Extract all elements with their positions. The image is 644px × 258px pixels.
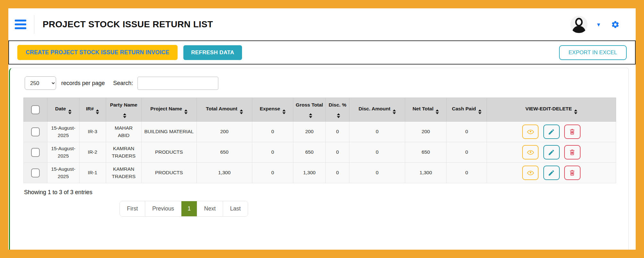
cell-actions	[487, 122, 616, 142]
delete-button[interactable]	[564, 125, 581, 139]
cell-expense: 0	[252, 122, 293, 142]
export-excel-button[interactable]: EXPORT IN EXCEL	[559, 45, 627, 60]
column-header-ir[interactable]: IR#	[79, 98, 106, 122]
table-panel: 250 records per page Search:	[9, 68, 629, 250]
cell-party: MAHAR ABID	[106, 122, 141, 142]
table-controls: 250 records per page Search:	[25, 76, 616, 90]
toolbar: CREATE PROJECT STOCK ISSUE RETURN INVOIC…	[8, 40, 636, 64]
page-frame: PROJECT STOCK ISSUE RETURN LIST ▾ CREATE…	[0, 0, 644, 258]
sort-icon	[478, 109, 481, 114]
hamburger-menu-icon[interactable]	[15, 18, 26, 30]
header-actions: ▾	[570, 15, 628, 33]
cell-ir: IR-1	[79, 163, 106, 183]
pagination: First Previous 1 Next Last	[120, 201, 248, 217]
column-header-total-amount[interactable]: Total Amount	[197, 98, 252, 122]
sort-icon	[240, 109, 243, 114]
delete-button[interactable]	[564, 145, 581, 159]
pagination-first-button[interactable]: First	[120, 201, 145, 216]
column-header-disc-amount[interactable]: Disc. Amount	[349, 98, 405, 122]
pagination-last-button[interactable]: Last	[223, 201, 248, 216]
sort-icon	[337, 113, 340, 118]
view-button[interactable]	[522, 145, 539, 159]
cell-actions	[487, 142, 616, 163]
cell-disc-pct: 0	[326, 163, 349, 183]
column-header-party-name[interactable]: Party Name	[106, 98, 141, 122]
page-title: PROJECT STOCK ISSUE RETURN LIST	[43, 19, 213, 30]
cell-party: KAMRAN TRADERS	[106, 142, 141, 163]
delete-button[interactable]	[564, 166, 581, 180]
cell-cash: 0	[447, 122, 487, 142]
sort-icon	[436, 109, 439, 114]
row-checkbox[interactable]	[31, 168, 40, 177]
edit-button[interactable]	[543, 125, 560, 139]
table-row: 15-August-2025 IR-2 KAMRAN TRADERS PRODU…	[24, 142, 616, 163]
cell-date: 15-August-2025	[47, 142, 79, 163]
table-header-row: Date IR# Party Name Project Name Total A…	[24, 98, 616, 122]
column-header-date[interactable]: Date	[47, 98, 79, 122]
edit-button[interactable]	[543, 166, 560, 180]
cell-ir: IR-3	[79, 122, 106, 142]
sort-icon	[393, 109, 396, 114]
select-all-header	[24, 98, 47, 122]
cell-cash: 0	[447, 142, 487, 163]
edit-button[interactable]	[543, 145, 560, 159]
cell-total: 200	[197, 122, 252, 142]
sort-icon	[123, 113, 126, 118]
sort-icon	[574, 109, 577, 114]
column-header-gross-total[interactable]: Gross Total	[293, 98, 326, 122]
cell-total: 650	[197, 142, 252, 163]
cell-net: 650	[405, 142, 447, 163]
showing-entries-text: Showing 1 to 3 of 3 entries	[24, 189, 616, 196]
pagination-next-button[interactable]: Next	[197, 201, 223, 216]
column-header-cash-paid[interactable]: Cash Paid	[447, 98, 487, 122]
view-button[interactable]	[522, 125, 539, 139]
row-select-cell	[24, 163, 47, 183]
column-header-expense[interactable]: Expense	[252, 98, 293, 122]
select-all-checkbox[interactable]	[31, 105, 40, 114]
cell-total: 1,300	[197, 163, 252, 183]
chevron-down-icon[interactable]: ▾	[597, 22, 600, 28]
cell-gross: 1,300	[293, 163, 326, 183]
cell-project: BUILDING MATERIAL	[141, 122, 197, 142]
row-checkbox[interactable]	[31, 127, 40, 136]
column-header-net-total[interactable]: Net Total	[405, 98, 447, 122]
table-row: 15-August-2025 IR-1 KAMRAN TRADERS PRODU…	[24, 163, 616, 183]
cell-disc-pct: 0	[326, 122, 349, 142]
sort-icon	[96, 109, 99, 114]
search-label: Search:	[113, 80, 133, 87]
create-invoice-button[interactable]: CREATE PROJECT STOCK ISSUE RETURN INVOIC…	[17, 45, 178, 60]
search-input[interactable]	[138, 77, 218, 90]
user-avatar[interactable]	[570, 15, 588, 33]
cell-disc-amt: 0	[349, 142, 405, 163]
sort-icon	[68, 109, 71, 114]
sort-icon	[282, 109, 286, 114]
cell-net: 200	[405, 122, 447, 142]
cell-project: PRODUCTS	[141, 142, 197, 163]
app-window: PROJECT STOCK ISSUE RETURN LIST ▾ CREATE…	[8, 8, 636, 250]
pagination-previous-button[interactable]: Previous	[145, 201, 181, 216]
view-button[interactable]	[522, 166, 539, 180]
cell-date: 15-August-2025	[47, 163, 79, 183]
gear-icon[interactable]	[611, 20, 620, 29]
cell-expense: 0	[252, 163, 293, 183]
cell-project: PRODUCTS	[141, 163, 197, 183]
column-header-disc-percent[interactable]: Disc. %	[326, 98, 349, 122]
sort-icon	[309, 113, 312, 118]
pagination-page-1-button[interactable]: 1	[181, 201, 197, 216]
table-row: 15-August-2025 IR-3 MAHAR ABID BUILDING …	[24, 122, 616, 142]
row-checkbox[interactable]	[31, 148, 40, 157]
row-select-cell	[24, 122, 47, 142]
header-divider	[34, 15, 34, 34]
page-size-select[interactable]: 250	[25, 76, 56, 90]
cell-disc-pct: 0	[326, 142, 349, 163]
refresh-data-button[interactable]: REFRESH DATA	[183, 45, 242, 60]
column-header-project-name[interactable]: Project Name	[141, 98, 197, 122]
cell-actions	[487, 163, 616, 183]
column-header-actions[interactable]: VIEW-EDIT-DELETE	[487, 98, 616, 122]
cell-cash: 0	[447, 163, 487, 183]
records-per-page-label: records per page	[61, 80, 105, 87]
top-header: PROJECT STOCK ISSUE RETURN LIST ▾	[8, 8, 636, 40]
cell-gross: 650	[293, 142, 326, 163]
cell-gross: 200	[293, 122, 326, 142]
sort-icon	[184, 109, 188, 114]
